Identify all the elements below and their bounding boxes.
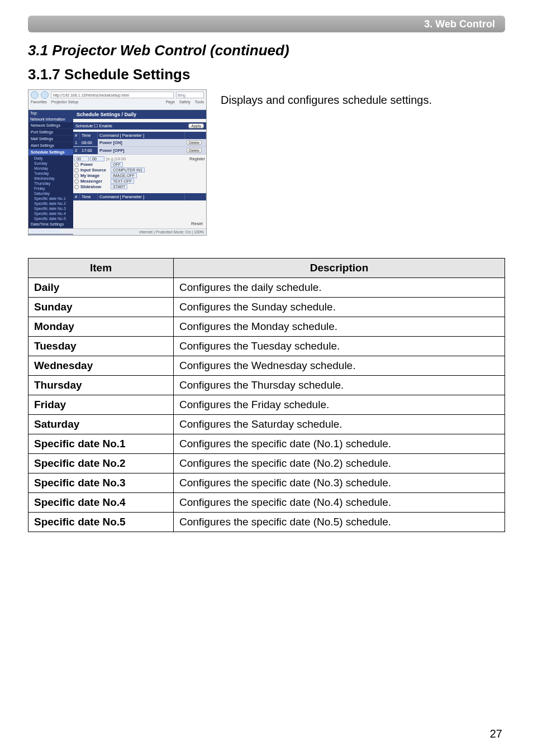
sidebar-item-datetime[interactable]: Date/Time Settings: [28, 221, 73, 228]
col-time: Time: [80, 132, 98, 139]
sidebar-item-network-settings[interactable]: Network Settings: [28, 122, 73, 129]
table-row: Specific date No.1Configures the specifi…: [28, 434, 505, 454]
table-row: ThursdayConfigures the Thursday schedule…: [28, 376, 505, 395]
description-cell: Configures the Monday schedule.: [174, 317, 505, 337]
select-slideshow[interactable]: START: [111, 184, 127, 189]
apply-button[interactable]: Apply: [188, 123, 204, 128]
description-cell: Configures the Saturday schedule.: [174, 415, 505, 434]
item-cell: Specific date No.2: [28, 454, 174, 473]
table-row: MondayConfigures the Monday schedule.: [28, 317, 505, 337]
description-cell: Configures the Sunday schedule.: [174, 298, 505, 317]
select-myimage[interactable]: IMAGE-OFF: [111, 173, 137, 178]
favorites-label[interactable]: Favorites: [31, 100, 47, 104]
back-button[interactable]: [31, 91, 39, 99]
sidebar-sub-daily[interactable]: Daily: [28, 156, 73, 161]
item-cell: Saturday: [28, 415, 174, 434]
sidebar-item-network-info[interactable]: Network Information: [28, 116, 73, 122]
description-cell: Configures the specific date (No.4) sche…: [174, 493, 505, 513]
table-row: Specific date No.3Configures the specifi…: [28, 473, 505, 493]
sidebar: Top: Network Information Network Setting…: [28, 110, 73, 228]
page-number: 27: [490, 728, 502, 740]
description-cell: Configures the Tuesday schedule.: [174, 337, 505, 356]
sidebar-item-top[interactable]: Top:: [28, 110, 73, 116]
toolbar-safety[interactable]: Safety: [179, 100, 191, 104]
main-panel: Schedule Settings / Daily Schedule ☐ Ena…: [73, 110, 206, 228]
table-row: DailyConfigures the daily schedule.: [28, 278, 505, 298]
radio-messenger[interactable]: [74, 179, 79, 184]
screenshot-figure: http://192.168.1.10/html/schedulesetup.h…: [28, 89, 207, 236]
description-cell: Configures the Thursday schedule.: [174, 376, 505, 395]
item-cell: Specific date No.1: [28, 434, 174, 454]
schedule-label: Schedule: [75, 123, 93, 128]
sidebar-sub-sd3[interactable]: Specific date No.3: [28, 206, 73, 211]
sidebar-sub-saturday[interactable]: Saturday: [28, 191, 73, 196]
sidebar-sub-sd1[interactable]: Specific date No.1: [28, 196, 73, 201]
sidebar-sub-wednesday[interactable]: Wednesday: [28, 176, 73, 181]
select-input[interactable]: COMPUTER IN1: [111, 168, 145, 173]
item-cell: Specific date No.4: [28, 493, 174, 513]
table-row: Specific date No.2Configures the specifi…: [28, 454, 505, 473]
address-bar[interactable]: http://192.168.1.10/html/schedulesetup.h…: [51, 92, 174, 98]
item-cell: Wednesday: [28, 356, 174, 376]
table-row: SundayConfigures the Sunday schedule.: [28, 298, 505, 317]
sidebar-item-port-settings[interactable]: Port Settings: [28, 129, 73, 136]
description-table: Item Description DailyConfigures the dai…: [28, 258, 505, 532]
toolbar-page[interactable]: Page: [165, 100, 174, 104]
sidebar-sub-sd5[interactable]: Specific date No.5: [28, 216, 73, 221]
schedule-table-header: # Time Command [ Parameter ]: [73, 132, 206, 139]
sidebar-item-mail-settings[interactable]: Mail Settings: [28, 136, 73, 142]
item-cell: Friday: [28, 395, 174, 415]
radio-slideshow[interactable]: [74, 185, 79, 189]
schedule-enable-bar: Schedule ☐ Enable Apply: [73, 122, 206, 130]
th-item: Item: [28, 259, 174, 278]
description-cell: Configures the Wednesday schedule.: [174, 356, 505, 376]
select-messenger[interactable]: TEXT-OFF: [111, 179, 134, 184]
select-power[interactable]: OFF: [111, 162, 123, 167]
browser-chrome: http://192.168.1.10/html/schedulesetup.h…: [28, 90, 206, 110]
reset-button[interactable]: Reset: [191, 221, 203, 226]
table-row: 2 17:00 Power [OFF] Delete: [73, 147, 206, 155]
table-row: Specific date No.4Configures the specifi…: [28, 493, 505, 513]
time-min-input[interactable]: 00: [90, 156, 104, 161]
col-cmd: Command [ Parameter ]: [98, 132, 185, 139]
toolbar-tools[interactable]: Tools: [195, 100, 204, 104]
enable-label[interactable]: Enable: [99, 123, 112, 128]
time-hour-input[interactable]: 00: [74, 156, 89, 161]
table-row: WednesdayConfigures the Wednesday schedu…: [28, 356, 505, 376]
sidebar-sub-sd4[interactable]: Specific date No.4: [28, 211, 73, 216]
delete-button[interactable]: Delete: [187, 140, 202, 145]
sidebar-sub-sd2[interactable]: Specific date No.2: [28, 201, 73, 206]
th-description: Description: [174, 259, 505, 278]
item-cell: Monday: [28, 317, 174, 337]
sidebar-item-security[interactable]: Security Settings: [28, 228, 73, 235]
delete-button[interactable]: Delete: [187, 148, 202, 153]
radio-input[interactable]: [74, 168, 79, 173]
table-row: 1 08:00 Power [ON] Delete: [73, 139, 206, 147]
table-row: FridayConfigures the Friday schedule.: [28, 395, 505, 415]
col-num: #: [73, 132, 80, 139]
sidebar-sub-monday[interactable]: Monday: [28, 166, 73, 171]
sidebar-sub-sunday[interactable]: Sunday: [28, 161, 73, 166]
search-box[interactable]: Bing: [176, 92, 204, 98]
sidebar-sub-tuesday[interactable]: Tuesday: [28, 171, 73, 176]
item-cell: Specific date No.5: [28, 513, 174, 532]
section-title: 3.1 Projector Web Control (continued): [28, 42, 289, 59]
description-cell: Configures the daily schedule.: [174, 278, 505, 298]
description-cell: Configures the specific date (No.1) sche…: [174, 434, 505, 454]
radio-myimage[interactable]: [74, 174, 79, 178]
sidebar-sub-friday[interactable]: Friday: [28, 186, 73, 191]
tab-label[interactable]: Projector Setup: [51, 100, 78, 104]
status-mode: Internet | Protected Mode: On: [139, 230, 191, 234]
forward-button[interactable]: [41, 91, 49, 99]
radio-power[interactable]: [74, 162, 79, 167]
sidebar-item-schedule-settings[interactable]: Schedule Settings: [28, 149, 73, 156]
subsection-title: 3.1.7 Schedule Settings: [28, 66, 190, 83]
sidebar-sub-thursday[interactable]: Thursday: [28, 181, 73, 186]
table-row: TuesdayConfigures the Tuesday schedule.: [28, 337, 505, 356]
browser-window: http://192.168.1.10/html/schedulesetup.h…: [28, 89, 207, 236]
sidebar-item-alert-settings[interactable]: Alert Settings: [28, 142, 73, 149]
description-cell: Configures the specific date (No.5) sche…: [174, 513, 505, 532]
register-button[interactable]: Register: [189, 156, 205, 161]
figure-caption: Displays and configures schedule setting…: [221, 94, 432, 107]
item-cell: Daily: [28, 278, 174, 298]
